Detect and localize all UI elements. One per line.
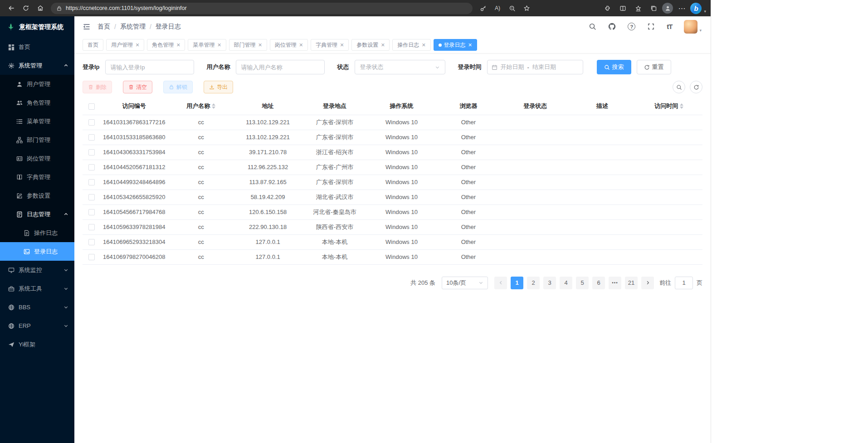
export-button[interactable]: 导出 (204, 81, 233, 93)
tab-role-management[interactable]: 角色管理× (147, 39, 185, 51)
tab-close-icon[interactable]: × (258, 42, 262, 48)
sidebar-item-menu-management[interactable]: 菜单管理 (0, 112, 74, 131)
sidebar-item-log-management[interactable]: 日志管理 (0, 205, 74, 224)
sidebar-item-system-monitor[interactable]: 系统监控 (0, 261, 74, 279)
sidebar-item-post-management[interactable]: 岗位管理 (0, 149, 74, 168)
breadcrumb-item[interactable]: 首页 (98, 23, 110, 31)
refresh-table-icon[interactable] (690, 81, 702, 93)
status-select[interactable]: 登录状态 (355, 60, 445, 74)
avatar-caret-icon[interactable]: ▾ (699, 28, 702, 33)
delete-button[interactable]: 删除 (83, 81, 112, 93)
profile-avatar[interactable] (662, 3, 673, 14)
page-button-5[interactable]: 5 (576, 277, 589, 289)
next-page-button[interactable] (641, 277, 654, 289)
refresh-icon[interactable] (19, 1, 33, 15)
extensions-icon[interactable] (600, 1, 614, 15)
sidebar-item-dict-management[interactable]: 字典管理 (0, 168, 74, 186)
zoom-out-icon[interactable] (505, 1, 519, 15)
select-all-checkbox[interactable] (88, 103, 95, 110)
username-input[interactable] (236, 60, 325, 74)
home-icon[interactable] (34, 1, 47, 15)
page-button-4[interactable]: 4 (560, 277, 572, 289)
row-checkbox[interactable] (88, 194, 95, 200)
tab-login-log[interactable]: 登录日志× (434, 39, 477, 51)
settings-menu-icon[interactable]: ⋯ (675, 1, 688, 15)
breadcrumb-item[interactable]: 系统管理 (120, 23, 146, 31)
tab-post-management[interactable]: 岗位管理× (270, 39, 308, 51)
tab-close-icon[interactable]: × (381, 42, 385, 48)
login-time-range[interactable]: 开始日期 - 结束日期 (487, 60, 583, 74)
search-button[interactable]: 搜索 (597, 60, 631, 74)
row-checkbox[interactable] (88, 209, 95, 215)
clear-button[interactable]: 清空 (123, 81, 152, 93)
header-search-icon[interactable] (589, 23, 596, 30)
read-aloud-icon[interactable]: A) (491, 1, 504, 15)
sidebar-item-system-tools[interactable]: 系统工具 (0, 279, 74, 298)
goto-page-input[interactable] (675, 277, 693, 289)
unlock-button[interactable]: 解锁 (163, 81, 193, 93)
tab-dept-management[interactable]: 部门管理× (229, 39, 267, 51)
page-button-1[interactable]: 1 (511, 277, 523, 289)
tab-operation-log[interactable]: 操作日志× (392, 39, 430, 51)
split-screen-icon[interactable] (616, 1, 629, 15)
github-icon[interactable] (608, 23, 616, 30)
tab-close-icon[interactable]: × (299, 42, 303, 48)
row-checkbox[interactable] (88, 254, 95, 260)
sidebar-item-operation-log[interactable]: 操作日志 (0, 224, 74, 242)
page-button-2[interactable]: 2 (527, 277, 540, 289)
add-favorite-star-icon[interactable] (520, 1, 533, 15)
prev-page-button[interactable] (494, 277, 507, 289)
tab-close-icon[interactable]: × (468, 42, 472, 48)
sidebar-item-home[interactable]: 首页 (0, 38, 74, 56)
favorites-icon[interactable] (631, 1, 645, 15)
tab-dict-management[interactable]: 字典管理× (311, 39, 349, 51)
toggle-search-icon[interactable] (673, 81, 685, 93)
address-bar[interactable]: https://ccnetcore.com:1101/system/log/lo… (51, 3, 473, 14)
tab-user-management[interactable]: 用户管理× (106, 39, 144, 51)
row-checkbox[interactable] (88, 239, 95, 245)
sidebar-item-yi-framework[interactable]: Yi框架 (0, 335, 74, 354)
user-avatar[interactable] (684, 20, 697, 34)
tab-close-icon[interactable]: × (176, 42, 180, 48)
row-checkbox[interactable] (88, 224, 95, 230)
tab-close-icon[interactable]: × (422, 42, 425, 48)
sidebar-item-login-log[interactable]: 登录日志 (0, 242, 74, 261)
sidebar-item-dept-management[interactable]: 部门管理 (0, 131, 74, 149)
sidebar-item-system-management[interactable]: 系统管理 (0, 56, 74, 75)
row-checkbox[interactable] (88, 119, 95, 126)
page-size-select[interactable]: 10条/页 (442, 277, 488, 289)
row-checkbox[interactable] (88, 149, 95, 156)
reset-button[interactable]: 重置 (637, 60, 671, 74)
help-icon[interactable]: ? (628, 23, 635, 30)
sidebar-collapse-icon[interactable] (83, 23, 91, 31)
sidebar-item-erp[interactable]: ERP (0, 316, 74, 335)
breadcrumb-item[interactable]: 登录日志 (156, 23, 181, 31)
font-size-icon[interactable]: tT (667, 23, 672, 30)
tab-close-icon[interactable]: × (340, 42, 344, 48)
page-button-21[interactable]: 21 (625, 277, 638, 289)
copilot-caret-icon[interactable]: ▾ (704, 9, 706, 14)
password-key-icon[interactable] (476, 1, 490, 15)
sidebar-item-bbs[interactable]: BBS (0, 298, 74, 316)
sidebar-item-role-management[interactable]: 角色管理 (0, 93, 74, 112)
page-button-6[interactable]: 6 (592, 277, 605, 289)
tab-close-icon[interactable]: × (136, 42, 139, 48)
tab-close-icon[interactable]: × (217, 42, 221, 48)
page-button-3[interactable]: 3 (543, 277, 556, 289)
sort-icon[interactable] (680, 103, 683, 109)
login-ip-input[interactable] (105, 60, 194, 74)
fullscreen-icon[interactable] (647, 23, 655, 30)
row-checkbox[interactable] (88, 164, 95, 170)
back-icon[interactable] (5, 1, 18, 15)
row-checkbox[interactable] (88, 179, 95, 185)
row-checkbox[interactable] (88, 134, 95, 141)
sidebar-item-user-management[interactable]: 用户管理 (0, 75, 74, 93)
sort-icon[interactable] (212, 103, 215, 109)
more-pages-button[interactable]: ••• (609, 277, 621, 289)
copilot-icon[interactable]: b (690, 3, 702, 14)
tab-menu-management[interactable]: 菜单管理× (188, 39, 226, 51)
collections-icon[interactable] (647, 1, 660, 15)
sidebar-item-param-settings[interactable]: 参数设置 (0, 186, 74, 205)
tab-home[interactable]: 首页 (83, 39, 103, 51)
tab-param-settings[interactable]: 参数设置× (351, 39, 390, 51)
